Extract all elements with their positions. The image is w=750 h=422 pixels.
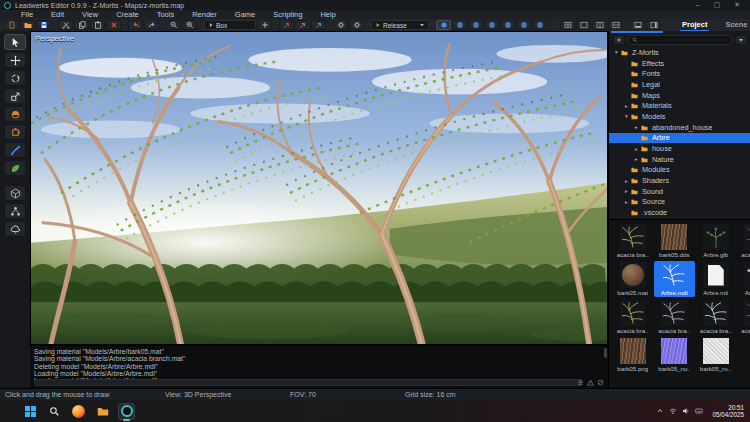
menu-tools[interactable]: Tools [150,10,182,19]
asset-bark05-mat[interactable]: bark05.mat [612,261,654,297]
expander-icon[interactable]: ▾ [623,113,630,119]
copy-button[interactable] [74,20,89,30]
menu-help[interactable]: Help [313,10,342,19]
asset-acacia-bra-[interactable]: acacia bra... [654,299,696,335]
delete-button[interactable] [106,20,121,30]
tab-project[interactable]: Project [680,19,709,31]
layout-quad-button[interactable] [560,20,575,30]
run-mode-select[interactable]: Release [371,20,429,30]
maximize-button[interactable]: ▢ [714,1,721,9]
cut-button[interactable] [58,20,73,30]
layout-single-button[interactable] [576,20,591,30]
expander-icon[interactable]: ▸ [633,156,640,162]
asset-arbre-obj[interactable]: Arbre.obj [737,261,750,297]
axis-z-button[interactable] [311,20,326,30]
menu-render[interactable]: Render [185,10,224,19]
tree-item--vscode[interactable]: .vscode [609,207,750,218]
expander-icon[interactable]: ▸ [623,188,630,194]
tree-item-maps[interactable]: Maps [609,90,750,101]
asset-arbre-mdl[interactable]: Arbre.mdl [654,261,696,297]
asset-arbre-glb[interactable]: Arbre.glb [695,223,737,259]
tree-item-z-mortis[interactable]: ▾Z-Mortis [609,47,750,58]
tree-item-legal[interactable]: Legal [609,79,750,90]
tree-item-source[interactable]: ▸Source [609,197,750,208]
paste-button[interactable] [90,20,105,30]
move-tool-button[interactable] [4,52,26,68]
scale-tool-button[interactable] [4,88,26,104]
node-tool-button[interactable] [4,203,26,219]
render-mode-7-button[interactable] [532,20,547,30]
tree-item-fonts[interactable]: Fonts [609,68,750,79]
firefox-icon[interactable] [70,403,87,420]
render-mode-4-button[interactable] [484,20,499,30]
tree-item-modules[interactable]: Modules [609,165,750,176]
search-box[interactable] [628,35,732,45]
leadwerks-taskbar-icon[interactable] [118,403,135,420]
asset-arbre-mtl[interactable]: Arbre.mtl [695,261,737,297]
console-error-filter-icon[interactable] [597,379,604,386]
select-tool-button[interactable] [4,34,26,50]
taskbar-clock[interactable]: 20:51 05/04/2025 [712,404,744,418]
settings-gear-button[interactable] [333,20,348,30]
asset-bark05-no-[interactable]: bark05_no... [654,337,696,373]
layout-hsplit-button[interactable] [608,20,623,30]
expander-icon[interactable]: ▸ [623,199,630,205]
environment-tool-button[interactable] [4,221,26,237]
entity-tool-button[interactable] [4,124,26,140]
console-log-filter-icon[interactable] [577,379,584,386]
tree-item-materials[interactable]: ▸Materials [609,100,750,111]
tree-item-effects[interactable]: Effects [609,58,750,69]
tree-item-abandoned-house[interactable]: ▸abandoned_house [609,122,750,133]
render-mode-2-button[interactable] [452,20,467,30]
primitive-tool-button[interactable] [4,185,26,201]
face-paint-tool-button[interactable] [4,106,26,122]
taskbar-search-button[interactable] [46,403,63,420]
primitive-select[interactable]: Box [204,20,256,30]
minimize-button[interactable]: – [696,1,700,9]
tree-item-shaders[interactable]: ▸Shaders [609,175,750,186]
toggle-side-panel-button[interactable] [646,20,661,30]
render-mode-5-button[interactable] [500,20,515,30]
search-options-caret[interactable] [735,35,747,45]
tree-item-models[interactable]: ▾Models [609,111,750,122]
keyboard-layout-icon[interactable] [695,407,703,415]
expander-icon[interactable]: ▸ [623,178,630,184]
project-settings-button[interactable] [349,20,364,30]
tree-item-nature[interactable]: ▸Nature [609,154,750,165]
expander-icon[interactable]: ▸ [633,146,640,152]
render-mode-3-button[interactable] [468,20,483,30]
render-mode-6-button[interactable] [516,20,531,30]
expander-icon[interactable]: ▸ [623,103,630,109]
asset-acacia-bra-[interactable]: acacia bra... [737,223,750,259]
tree-item-house[interactable]: ▸house [609,143,750,154]
save-button[interactable] [36,20,51,30]
asset-acacia-bra-[interactable]: acacia bra... [612,223,654,259]
redo-button[interactable] [144,20,159,30]
asset-acacia-bra-[interactable]: acacia bra... [737,299,750,335]
tree-item-sound[interactable]: ▸Sound [609,186,750,197]
add-primitive-button[interactable] [257,20,272,30]
console-input[interactable] [34,379,582,386]
tree-item-arbre[interactable]: Arbre [609,133,750,144]
expander-icon[interactable]: ▸ [633,124,640,130]
tab-scene[interactable]: Scene [723,19,749,31]
new-button[interactable] [4,20,19,30]
search-input[interactable] [640,36,728,43]
layout-vsplit-button[interactable] [592,20,607,30]
paint-tool-button[interactable] [4,142,26,158]
asset-acacia-bra-[interactable]: acacia bra... [695,299,737,335]
axis-x-button[interactable] [279,20,294,30]
console-scrollbar[interactable] [604,348,607,358]
close-button[interactable]: ✕ [734,1,740,9]
file-explorer-icon[interactable] [94,403,111,420]
asset-bark05-png[interactable]: bark05.png [612,337,654,373]
zoom-in-button[interactable] [182,20,197,30]
open-button[interactable] [20,20,35,30]
tray-chevron-up-icon[interactable] [656,407,664,415]
axis-y-button[interactable] [295,20,310,30]
render-mode-1-button[interactable] [436,20,451,30]
zoom-out-button[interactable] [166,20,181,30]
toggle-console-panel-button[interactable] [630,20,645,30]
undo-button[interactable] [128,20,143,30]
expander-icon[interactable]: ▾ [613,49,620,55]
